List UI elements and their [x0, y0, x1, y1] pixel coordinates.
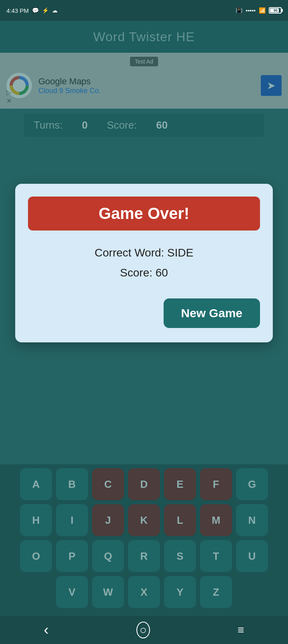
- status-bar: 4:43 PM 💬 ⚡ ☁ 📳 ▪▪▪▪▪ 📶 90: [0, 0, 288, 21]
- correct-word-text: Correct Word: SIDE: [28, 246, 260, 259]
- wifi-icon: 📶: [259, 7, 266, 14]
- nav-bar: ‹ ○ ≡: [0, 616, 288, 644]
- modal-score-text: Score: 60: [28, 266, 260, 279]
- new-game-button[interactable]: New Game: [164, 298, 260, 328]
- signal-icon: ▪▪▪▪▪: [246, 7, 256, 14]
- vibrate-icon: 📳: [236, 7, 242, 14]
- modal-body: Correct Word: SIDE Score: 60 New Game: [28, 246, 260, 328]
- status-time: 4:43 PM: [6, 7, 29, 14]
- battery-icon: 90: [269, 7, 282, 14]
- usb-icon: ⚡: [42, 7, 49, 14]
- nav-menu-icon[interactable]: ≡: [238, 624, 244, 636]
- status-right: 📳 ▪▪▪▪▪ 📶 90: [236, 7, 282, 14]
- whatsapp-icon: 💬: [32, 7, 39, 14]
- game-over-modal: Game Over! Correct Word: SIDE Score: 60 …: [15, 184, 273, 342]
- nav-back-icon[interactable]: ‹: [44, 622, 49, 638]
- status-left: 4:43 PM 💬 ⚡ ☁: [6, 7, 58, 14]
- nav-home-icon[interactable]: ○: [136, 622, 150, 638]
- cloud-icon: ☁: [52, 7, 58, 14]
- modal-title: Game Over!: [28, 197, 260, 231]
